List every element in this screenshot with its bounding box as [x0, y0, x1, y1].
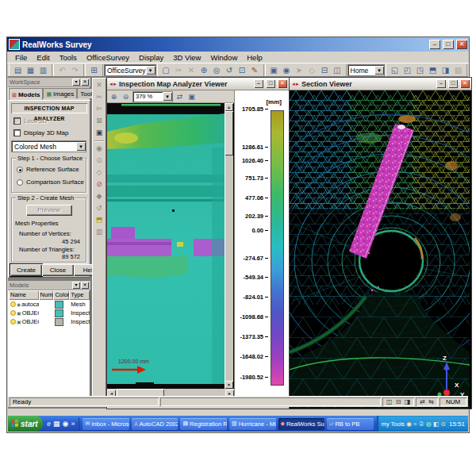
close-button[interactable]: Close: [42, 264, 74, 276]
menu-help[interactable]: Help: [242, 52, 267, 63]
orbit-icon[interactable]: ◉: [281, 65, 293, 75]
maximize-button[interactable]: □: [448, 79, 458, 88]
walk-icon[interactable]: ◇: [306, 65, 318, 75]
radio-icon[interactable]: [17, 179, 23, 186]
no-image-icon[interactable]: ⊘: [94, 178, 105, 190]
zoom-in-icon[interactable]: ⊕: [109, 92, 119, 102]
zoom-out-icon[interactable]: ⊖: [121, 92, 131, 102]
tile-vertical-icon[interactable]: ◨: [440, 65, 451, 75]
radio-icon[interactable]: [17, 167, 23, 173]
station-view-icon[interactable]: ⊙: [94, 155, 105, 167]
mode-combobox[interactable]: OfficeSurvey ▾: [104, 64, 156, 76]
delete-icon[interactable]: ✕: [186, 65, 198, 75]
tray-volume-icon[interactable]: ◧: [433, 420, 440, 428]
link-2-icon[interactable]: ⇆: [428, 398, 435, 405]
split-window-icon[interactable]: ◰: [401, 65, 413, 75]
task-hurricane[interactable]: ▥ Hurricane - Micro...: [229, 418, 276, 430]
tray-overflow-icon[interactable]: »: [413, 420, 416, 428]
title-bar[interactable]: RealWorks Survey – □ ✕: [7, 37, 469, 52]
section-viewer-titlebar[interactable]: ◄► Section Viewer – □ ✕: [290, 78, 471, 90]
menu-display[interactable]: Display: [134, 52, 168, 63]
image-icon[interactable]: ▣: [268, 65, 280, 75]
close-button[interactable]: ✕: [460, 79, 470, 88]
close-icon[interactable]: ✕: [81, 79, 89, 86]
select-icon[interactable]: ▢: [160, 65, 172, 75]
pane-3-icon[interactable]: ◨: [404, 398, 412, 405]
column-color[interactable]: Color: [53, 290, 69, 300]
menu-tools[interactable]: Tools: [55, 52, 82, 63]
table-row[interactable]: ▣OBJECT... Inspectio: [9, 309, 90, 317]
link-1-icon[interactable]: ⇄: [419, 398, 426, 405]
fly-icon[interactable]: ➤: [294, 65, 305, 75]
column-type[interactable]: Type: [69, 290, 90, 300]
close-button[interactable]: ✕: [278, 79, 287, 88]
tile-horizontal-icon[interactable]: ⬒: [427, 65, 439, 75]
workspace-icon[interactable]: ⊞: [88, 65, 100, 75]
measure-icon[interactable]: ⊕: [198, 65, 210, 75]
show-desktop-icon[interactable]: ▦: [53, 420, 60, 428]
lock-3d-checkbox[interactable]: Lock 3D: [13, 117, 47, 125]
maximize-button[interactable]: □: [266, 79, 275, 88]
rendering-icon[interactable]: ▥: [94, 226, 105, 238]
scroll-up-icon[interactable]: ▲: [225, 103, 233, 111]
minimize-button[interactable]: –: [254, 79, 263, 88]
close-button[interactable]: ✕: [456, 40, 467, 49]
bulb-icon[interactable]: [10, 319, 16, 324]
task-rb-to-pb[interactable]: ▱ RB to PB: [327, 418, 374, 430]
bulb-icon[interactable]: [10, 310, 16, 316]
maximize-button[interactable]: □: [443, 40, 454, 49]
scrollbar-thumb[interactable]: [225, 111, 233, 155]
pin-icon[interactable]: ▾: [72, 79, 80, 86]
overflow-icon[interactable]: »: [71, 420, 75, 428]
minimize-button[interactable]: –: [429, 40, 440, 49]
inspection-heatmap[interactable]: 1200.00 mm: [107, 103, 225, 389]
save-icon[interactable]: ▦: [25, 65, 36, 75]
minimize-button[interactable]: –: [436, 79, 446, 88]
table-row[interactable]: ◉autocad... Mesh: [9, 300, 90, 309]
sync-views-icon[interactable]: ▧: [452, 65, 464, 75]
scroll-down-icon[interactable]: ▼: [225, 381, 233, 389]
bulb-icon[interactable]: [10, 301, 16, 307]
cutting-plane-icon[interactable]: ✂: [94, 91, 105, 103]
map-viewer-titlebar[interactable]: ◄► Inspection Map Analyzer Viewer – □ ✕: [107, 78, 289, 90]
table-row[interactable]: ▣OBJECT... Inspectio: [9, 317, 90, 326]
task-registration[interactable]: ▤ Registration Rep...: [180, 418, 227, 430]
redo-icon[interactable]: ↷: [69, 65, 81, 75]
lighting-icon[interactable]: ⬒: [94, 214, 105, 226]
reference-surface-radio[interactable]: Reference Surface: [17, 166, 79, 173]
orbit-tool-icon[interactable]: ↺: [94, 202, 105, 214]
open-icon[interactable]: ▤: [12, 65, 24, 75]
pin-icon[interactable]: ▾: [72, 282, 80, 289]
examine-icon[interactable]: ◉: [94, 143, 105, 155]
segmentation-icon[interactable]: ✄: [94, 103, 105, 115]
menu-officesurvey[interactable]: OfficeSurvey: [82, 52, 134, 63]
chevron-down-icon[interactable]: ▾: [163, 92, 172, 101]
zoom-level-combobox[interactable]: 379 % ▾: [132, 91, 173, 102]
checkbox-icon[interactable]: [13, 117, 21, 125]
fence-icon[interactable]: ⊠: [94, 115, 105, 127]
create-button[interactable]: Create: [10, 264, 42, 276]
view-combobox[interactable]: Home ▾: [347, 64, 385, 76]
comparison-surface-radio[interactable]: Comparison Surface: [17, 178, 84, 186]
print-icon[interactable]: ▥: [37, 65, 49, 75]
my-tools-label[interactable]: my Tools: [382, 420, 405, 428]
limit-box-icon[interactable]: ✕: [94, 79, 105, 91]
preview-button[interactable]: Preview: [26, 205, 72, 216]
task-inbox[interactable]: ✉ Inbox - Microsof...: [83, 418, 129, 430]
scanner-icon[interactable]: ◆: [94, 190, 105, 202]
tray-red-icon[interactable]: ◉: [406, 420, 412, 428]
image-matching-icon[interactable]: ▣: [94, 127, 105, 139]
tray-globe-icon[interactable]: ◍: [426, 420, 432, 428]
frame-icon[interactable]: ⊟: [319, 65, 331, 75]
cut-icon[interactable]: ✂: [173, 65, 185, 75]
chevron-down-icon[interactable]: ▾: [76, 142, 86, 151]
tab-models[interactable]: ⊞ Models: [9, 88, 43, 100]
walkthrough-icon[interactable]: ◇: [94, 167, 105, 178]
tray-badge-icon[interactable]: ②: [419, 420, 424, 428]
cascade-icon[interactable]: ◳: [414, 65, 426, 75]
chevron-down-icon[interactable]: ▾: [374, 66, 384, 75]
column-num[interactable]: Num...: [39, 290, 54, 300]
task-realworks[interactable]: ◆ RealWorks Survey: [278, 418, 325, 430]
close-icon[interactable]: ✕: [81, 282, 89, 289]
new-window-icon[interactable]: ◱: [389, 65, 401, 75]
